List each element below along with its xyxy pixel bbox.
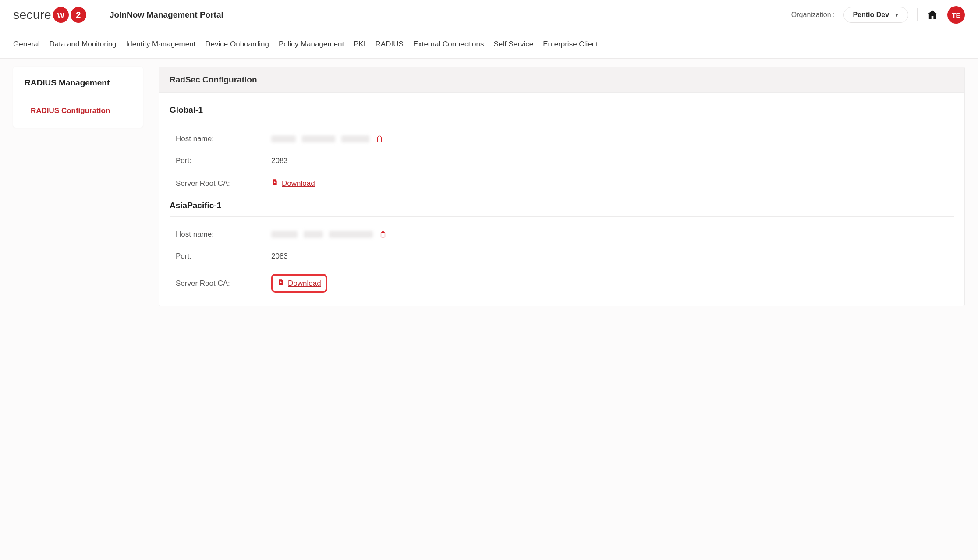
organization-value: Pentio Dev [853,11,889,19]
nav-device-onboarding[interactable]: Device Onboarding [205,30,269,58]
header-right: Organization : Pentio Dev ▼ TE [791,6,965,24]
download-label: Download [288,279,321,288]
logo-w-badge: w [53,7,69,23]
header-divider [98,7,98,22]
redacted-text [271,231,298,238]
redacted-text [329,231,373,238]
sidebar: RADIUS Management RADIUS Configuration [13,67,143,128]
logo-2-badge: 2 [71,7,86,23]
download-rootca-button[interactable]: Download [271,178,315,188]
download-file-icon [277,278,284,288]
svg-rect-1 [381,233,385,237]
rootca-label: Server Root CA: [170,279,271,288]
rootca-value: Download [271,274,327,293]
nav-pki[interactable]: PKI [354,30,365,58]
field-rootca-global: Server Root CA: Download [170,165,954,188]
sidebar-item-radius-configuration[interactable]: RADIUS Configuration [25,96,131,115]
logo-text: secure [13,8,51,22]
radsec-card: RadSec Configuration Global-1 Host name: [159,67,965,306]
redacted-text [304,231,323,238]
download-file-icon [271,178,278,188]
highlight-annotation: Download [271,274,327,293]
port-label: Port: [170,252,271,261]
organization-label: Organization : [791,11,835,19]
copy-hostname-button[interactable] [376,135,383,143]
hostname-value [271,230,387,239]
header-bar: secure w 2 JoinNow Management Portal Org… [0,0,978,30]
nav-identity-management[interactable]: Identity Management [126,30,196,58]
field-port-asiapacific: Port: 2083 [170,239,954,261]
main-nav: General Data and Monitoring Identity Man… [0,30,978,59]
hostname-value [271,135,383,143]
copy-hostname-button[interactable] [379,230,387,239]
card-title: RadSec Configuration [159,67,964,93]
avatar-initials: TE [952,11,960,19]
organization-dropdown[interactable]: Pentio Dev ▼ [843,7,908,23]
content-area: RadSec Configuration Global-1 Host name: [159,67,965,319]
svg-rect-0 [378,137,382,142]
download-label: Download [282,179,315,188]
card-body: Global-1 Host name: Port: 2083 [159,93,964,306]
nav-radius[interactable]: RADIUS [376,30,404,58]
redacted-text [341,135,369,142]
field-hostname-global: Host name: [170,121,954,143]
avatar[interactable]: TE [947,6,965,24]
section-title-asiapacific: AsiaPacific-1 [170,188,954,217]
nav-data-monitoring[interactable]: Data and Monitoring [49,30,116,58]
nav-general[interactable]: General [13,30,39,58]
port-label: Port: [170,156,271,165]
home-icon[interactable] [926,9,939,21]
sidebar-title: RADIUS Management [25,78,131,96]
nav-self-service[interactable]: Self Service [493,30,533,58]
portal-title: JoinNow Management Portal [110,10,223,20]
field-rootca-asiapacific: Server Root CA: Download [170,261,954,293]
header-divider-2 [917,8,918,21]
nav-external-connections[interactable]: External Connections [413,30,484,58]
nav-enterprise-client[interactable]: Enterprise Client [543,30,598,58]
port-value: 2083 [271,156,288,165]
rootca-label: Server Root CA: [170,179,271,188]
hostname-label: Host name: [170,230,271,239]
section-title-global: Global-1 [170,93,954,121]
port-value: 2083 [271,252,288,261]
download-rootca-button[interactable]: Download [277,278,321,288]
logo: secure w 2 [13,7,86,23]
chevron-down-icon: ▼ [894,12,899,18]
hostname-label: Host name: [170,135,271,143]
page-body: RADIUS Management RADIUS Configuration R… [0,59,978,336]
nav-policy-management[interactable]: Policy Management [279,30,344,58]
field-port-global: Port: 2083 [170,143,954,165]
field-hostname-asiapacific: Host name: [170,217,954,239]
redacted-text [302,135,335,142]
rootca-value: Download [271,178,315,188]
redacted-text [271,135,296,142]
